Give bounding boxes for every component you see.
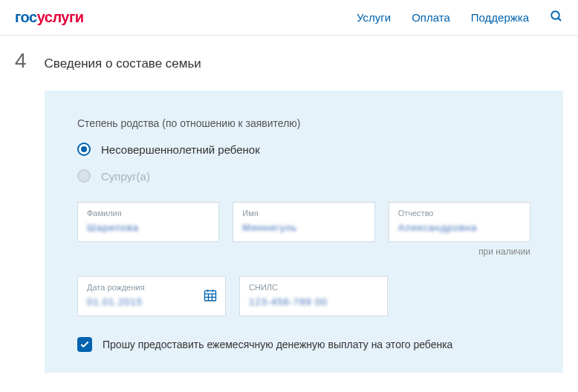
search-icon[interactable] [550,10,563,25]
firstname-field[interactable]: Имя Миннигуль [233,202,374,242]
patronymic-value: Александровна [398,222,521,234]
step-header: 4 Сведения о составе семьи [0,36,578,91]
snils-label: СНИЛС [249,283,378,292]
step-number: 4 [15,49,27,73]
snils-value: 123-456-789 00 [249,296,378,308]
surname-field[interactable]: Фамилия Шарипова [77,202,219,242]
firstname-value: Миннигуль [242,222,365,234]
payment-checkbox-row: Прошу предоставить ежемесячную денежную … [77,337,530,352]
relation-label: Степень родства (по отношению к заявител… [77,117,530,129]
svg-line-1 [558,18,561,21]
patronymic-label: Отчество [398,209,521,218]
svg-rect-2 [205,291,216,301]
step-title: Сведения о составе семьи [45,56,201,71]
svg-point-0 [551,11,559,19]
patronymic-field[interactable]: Отчество Александровна [389,202,530,242]
check-icon [79,339,90,350]
snils-field[interactable]: СНИЛС 123-456-789 00 [239,276,388,316]
birthdate-field[interactable]: Дата рождения 01.01.2015 [77,276,226,316]
patronymic-hint: при наличии [77,246,530,257]
logo[interactable]: госуслуги [15,9,84,26]
payment-checkbox[interactable] [77,337,92,352]
logo-gos: гос [15,9,37,25]
radio-circle-icon [77,143,91,156]
surname-value: Шарипова [87,222,210,234]
nav-payment[interactable]: Оплата [412,11,450,24]
header: госуслуги Услуги Оплата Поддержка [0,0,578,36]
nav-support[interactable]: Поддержка [471,11,529,24]
calendar-icon[interactable] [203,288,218,305]
details-fields-row: Дата рождения 01.01.2015 СНИЛС 123-456-7… [77,276,530,316]
radio-spouse-label: Супруг(а) [101,170,150,183]
payment-checkbox-label: Прошу предоставить ежемесячную денежную … [103,339,452,350]
radio-child-label: Несовершеннолетний ребенок [101,143,260,156]
nav: Услуги Оплата Поддержка [357,10,563,25]
nav-services[interactable]: Услуги [357,11,391,24]
form-panel: Степень родства (по отношению к заявител… [45,91,563,373]
logo-uslugi: услуги [37,9,84,25]
name-fields-row: Фамилия Шарипова Имя Миннигуль Отчество … [77,202,530,242]
birthdate-value: 01.01.2015 [87,296,216,308]
radio-spouse[interactable]: Супруг(а) [77,169,530,183]
radio-child[interactable]: Несовершеннолетний ребенок [77,143,530,156]
birthdate-label: Дата рождения [87,283,216,292]
surname-label: Фамилия [87,209,210,218]
radio-circle-icon [77,169,91,183]
firstname-label: Имя [242,209,365,218]
